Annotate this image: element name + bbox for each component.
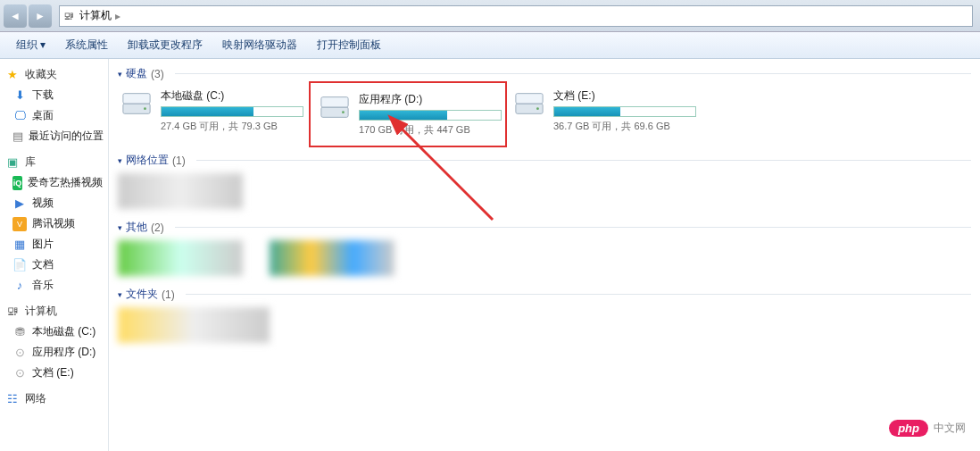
- svg-point-8: [536, 107, 539, 110]
- svg-rect-1: [123, 94, 150, 104]
- sidebar-item-drive-e[interactable]: ⊙文档 (E:): [0, 363, 108, 383]
- tencent-icon: V: [12, 217, 27, 231]
- sidebar-item-label: 收藏夹: [25, 67, 57, 82]
- breadcrumb[interactable]: 计算机 ▸: [74, 8, 126, 23]
- svg-rect-4: [321, 97, 348, 107]
- section-title: 文件夹: [126, 287, 158, 302]
- uninstall-programs-button[interactable]: 卸载或更改程序: [119, 34, 212, 56]
- section-title: 网络位置: [126, 153, 169, 168]
- divider: [196, 160, 971, 161]
- collapse-icon: ▾: [118, 156, 122, 165]
- sidebar-item-iqiyi[interactable]: iQ爱奇艺热播视频: [0, 172, 108, 193]
- desktop-icon: 🖵: [12, 109, 27, 123]
- section-header-folders[interactable]: ▾ 文件夹 (1): [118, 287, 971, 302]
- sidebar-item-label: 图片: [32, 237, 54, 252]
- sidebar-item-downloads[interactable]: ⬇下载: [0, 85, 108, 105]
- sidebar-item-label: 视频: [32, 196, 54, 211]
- watermark: php 中文网: [889, 420, 966, 437]
- iqiyi-icon: iQ: [12, 176, 22, 190]
- drive-capacity-text: 27.4 GB 可用，共 79.3 GB: [161, 120, 303, 133]
- breadcrumb-label: 计算机: [79, 8, 112, 23]
- sidebar-item-desktop[interactable]: 🖵桌面: [0, 105, 108, 126]
- computer-icon: 🖳: [5, 305, 20, 319]
- divider: [186, 294, 971, 295]
- drive-capacity-text: 36.7 GB 可用，共 69.6 GB: [553, 120, 696, 133]
- open-control-panel-button[interactable]: 打开控制面板: [308, 34, 390, 56]
- star-icon: ★: [5, 68, 20, 82]
- drive-item[interactable]: 文档 (E:) 36.7 GB 可用，共 69.6 GB: [511, 87, 698, 142]
- section-header-hdd[interactable]: ▾ 硬盘 (3): [118, 66, 971, 81]
- php-badge: php: [889, 420, 928, 437]
- drive-icon: ⊙: [12, 346, 27, 360]
- sidebar-item-label: 库: [25, 155, 36, 170]
- library-icon: ▣: [5, 155, 20, 170]
- sidebar-item-label: 本地磁盘 (C:): [32, 324, 96, 339]
- sidebar-item-music[interactable]: ♪音乐: [0, 275, 108, 296]
- drive-item[interactable]: 应用程序 (D:) 170 GB 可用，共 447 GB: [314, 87, 502, 142]
- drive-name: 文档 (E:): [553, 88, 696, 104]
- sidebar-item-label: 下载: [32, 88, 54, 103]
- map-network-drive-button[interactable]: 映射网络驱动器: [213, 34, 306, 56]
- address-bar[interactable]: 🖳 计算机 ▸: [59, 5, 973, 27]
- drive-icon: ⛃: [12, 325, 27, 339]
- section-header-netloc[interactable]: ▾ 网络位置 (1): [118, 153, 971, 168]
- section-header-other[interactable]: ▾ 其他 (2): [118, 220, 971, 235]
- sidebar-item-label: 腾讯视频: [32, 216, 75, 231]
- collapse-icon: ▾: [118, 70, 122, 79]
- system-properties-button[interactable]: 系统属性: [56, 34, 117, 56]
- nav-back-button[interactable]: ◄: [4, 4, 27, 28]
- computer-icon: 🖳: [63, 10, 74, 22]
- capacity-bar: [553, 106, 696, 117]
- sidebar-item-label: 爱奇艺热播视频: [28, 175, 103, 190]
- svg-rect-7: [516, 94, 543, 104]
- section-count: (2): [151, 221, 164, 234]
- divider: [175, 73, 971, 74]
- section-count: (1): [162, 288, 175, 301]
- download-icon: ⬇: [12, 88, 27, 103]
- sidebar-item-label: 文档 (E:): [32, 365, 74, 380]
- recent-icon: ▤: [12, 129, 23, 144]
- section-count: (1): [172, 155, 186, 167]
- collapse-icon: ▾: [118, 223, 122, 232]
- drive-icon: [512, 88, 546, 119]
- content-pane: ▾ 硬盘 (3) 本地磁盘 (C:) 27.4 GB 可用，共 79.3 GB …: [109, 59, 980, 451]
- section-title: 硬盘: [126, 66, 147, 81]
- blurred-item[interactable]: [118, 173, 243, 209]
- drive-icon: ⊙: [12, 366, 27, 380]
- collapse-icon: ▾: [118, 290, 122, 299]
- drive-name: 应用程序 (D:): [359, 92, 502, 107]
- blurred-item[interactable]: [118, 307, 270, 343]
- nav-forward-button[interactable]: ►: [29, 4, 52, 28]
- sidebar-item-recent[interactable]: ▤最近访问的位置: [0, 126, 108, 146]
- sidebar-item-pictures[interactable]: ▦图片: [0, 234, 108, 255]
- sidebar-item-tencent-video[interactable]: V腾讯视频: [0, 213, 108, 234]
- sidebar-item-drive-c[interactable]: ⛃本地磁盘 (C:): [0, 322, 108, 342]
- sidebar-item-label: 音乐: [32, 278, 54, 293]
- capacity-bar: [359, 110, 502, 121]
- titlebar: ◄ ► 🖳 计算机 ▸: [0, 0, 980, 32]
- sidebar-item-drive-d[interactable]: ⊙应用程序 (D:): [0, 342, 108, 363]
- sidebar-item-video[interactable]: ▶视频: [0, 193, 108, 213]
- section-count: (3): [151, 68, 164, 80]
- document-icon: 📄: [12, 258, 27, 272]
- sidebar-libraries-header[interactable]: ▣库: [0, 152, 108, 172]
- sidebar-item-documents[interactable]: 📄文档: [0, 255, 108, 275]
- sidebar-item-label: 计算机: [25, 304, 57, 319]
- drive-item[interactable]: 本地磁盘 (C:) 27.4 GB 可用，共 79.3 GB: [118, 87, 305, 142]
- sidebar-item-label: 网络: [25, 391, 46, 406]
- sidebar-item-label: 最近访问的位置: [29, 129, 104, 144]
- sidebar-network-header[interactable]: ☷网络: [0, 388, 108, 409]
- sidebar-favorites-header[interactable]: ★收藏夹: [0, 64, 108, 85]
- capacity-bar: [161, 106, 303, 117]
- svg-point-5: [342, 111, 345, 113]
- sidebar-computer-header[interactable]: 🖳计算机: [0, 301, 108, 322]
- divider: [175, 227, 971, 228]
- organize-menu[interactable]: 组织 ▾: [7, 34, 54, 56]
- drive-icon: [318, 92, 352, 122]
- drive-icon: [120, 88, 154, 119]
- blurred-item[interactable]: [118, 240, 243, 276]
- sidebar-item-label: 文档: [32, 257, 54, 272]
- blurred-item[interactable]: [270, 240, 394, 276]
- section-title: 其他: [126, 220, 147, 235]
- network-icon: ☷: [5, 392, 20, 406]
